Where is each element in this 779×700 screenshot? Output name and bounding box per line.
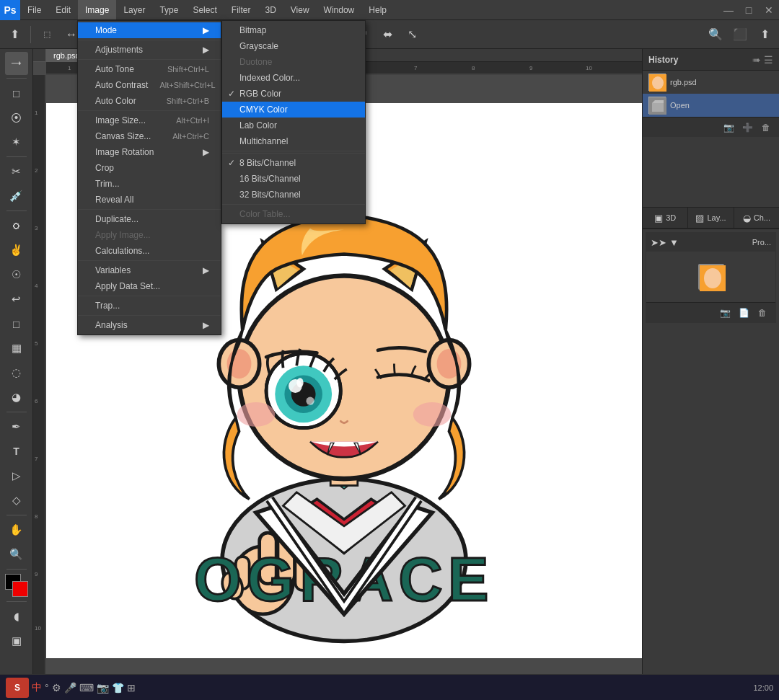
slide-3d-btn[interactable]: ⬌	[377, 23, 400, 46]
mode-bitmap-label: Bitmap	[239, 25, 266, 35]
share-btn[interactable]: ⬆	[753, 23, 776, 46]
mode-grayscale[interactable]: Grayscale	[222, 38, 365, 54]
color-swatches[interactable]	[5, 574, 28, 597]
text-tool[interactable]: T	[5, 440, 28, 463]
menu-image[interactable]: Image	[78, 0, 116, 19]
history-new-btn[interactable]: ➕	[740, 120, 754, 135]
props-mini-title: Pro...	[752, 238, 771, 247]
history-camera-btn[interactable]: 📷	[721, 120, 736, 135]
menu-select[interactable]: Select	[185, 0, 224, 19]
props-doc-btn[interactable]: 📄	[736, 306, 751, 320]
mode-indexed-color[interactable]: Indexed Color...	[222, 70, 365, 86]
quick-mask-tool[interactable]: ◖	[5, 605, 28, 628]
mode-8bit[interactable]: ✓ 8 Bits/Channel	[222, 155, 365, 171]
arrange-btn[interactable]: ⬛	[729, 23, 752, 46]
taskbar-icon-3[interactable]: ⚙	[52, 682, 61, 694]
close-button[interactable]: ✕	[759, 0, 779, 20]
mode-multichannel[interactable]: Multichannel	[222, 133, 365, 149]
taskbar-icon-8[interactable]: ⊞	[127, 682, 136, 694]
props-camera-btn[interactable]: 📷	[718, 306, 732, 320]
props-trash-btn[interactable]: 🗑	[755, 306, 770, 320]
menu-layer[interactable]: Layer	[116, 0, 152, 19]
menu-filter[interactable]: Filter	[224, 0, 258, 19]
app-icon: Ps	[0, 0, 20, 20]
menu-item-trap[interactable]: Trap...	[78, 298, 221, 314]
menu-item-adjustments[interactable]: Adjustments ▶	[78, 42, 221, 58]
mode-bitmap[interactable]: Bitmap	[222, 22, 365, 38]
zoom-tool[interactable]: 🔍	[5, 543, 28, 566]
move-tool[interactable]: ⭢	[5, 52, 28, 75]
menu-item-variables[interactable]: Variables ▶	[78, 262, 221, 278]
start-button[interactable]: S	[6, 678, 29, 698]
taskbar-icon-5[interactable]: ⌨	[79, 682, 94, 694]
background-color[interactable]	[12, 581, 28, 597]
menu-window[interactable]: Window	[317, 0, 362, 19]
mode-rgb-color[interactable]: ✓ RGB Color	[222, 86, 365, 102]
menu-item-duplicate[interactable]: Duplicate...	[78, 211, 221, 227]
history-delete-btn[interactable]: 🗑	[759, 120, 773, 135]
history-item-file[interactable]: rgb.psd	[643, 71, 779, 94]
menu-3d[interactable]: 3D	[258, 0, 283, 19]
taskbar-icon-4[interactable]: 🎤	[64, 682, 76, 694]
move-tool-btn[interactable]: ⬆	[3, 23, 26, 46]
gradient-tool[interactable]: ▦	[5, 337, 28, 360]
menu-file[interactable]: File	[20, 0, 48, 19]
menu-item-image-rotation[interactable]: Image Rotation ▶	[78, 144, 221, 160]
scale-3d-btn[interactable]: ⤡	[401, 23, 424, 46]
wand-tool[interactable]: ✶	[5, 130, 28, 154]
menu-type[interactable]: Type	[152, 0, 185, 19]
maximize-button[interactable]: □	[739, 0, 759, 20]
crop-tool[interactable]: ✂	[5, 160, 28, 183]
svg-rect-52	[652, 103, 664, 112]
menu-item-apply-dataset[interactable]: Apply Data Set...	[78, 278, 221, 294]
hand-tool[interactable]: ✋	[5, 518, 28, 541]
heal-tool[interactable]: ⭘	[5, 214, 28, 237]
history-brush-tool[interactable]: ↩	[5, 288, 28, 311]
menu-item-mode[interactable]: Mode ▶	[78, 22, 221, 38]
mode-cmyk-color[interactable]: CMYK Color	[222, 102, 365, 118]
stamp-tool[interactable]: ☉	[5, 263, 28, 286]
tab-layers[interactable]: ▨ Lay...	[688, 208, 734, 228]
eyedropper-tool[interactable]: 💉	[5, 185, 28, 208]
brush-tool[interactable]: ✌	[5, 239, 28, 262]
tab-3d[interactable]: ▣ 3D	[643, 208, 688, 228]
pen-tool[interactable]: ✒	[5, 415, 28, 438]
taskbar-icon-1[interactable]: 中	[32, 681, 42, 694]
menu-item-canvas-size[interactable]: Canvas Size... Alt+Ctrl+C	[78, 128, 221, 144]
menu-item-calculations[interactable]: Calculations...	[78, 243, 221, 259]
taskbar-icon-7[interactable]: 👕	[112, 682, 124, 694]
menu-item-crop[interactable]: Crop	[78, 160, 221, 176]
taskbar-icon-6[interactable]: 📷	[97, 682, 109, 694]
menu-item-auto-contrast[interactable]: Auto Contrast Alt+Shift+Ctrl+L	[78, 77, 221, 93]
marquee-tool[interactable]: □	[5, 81, 28, 105]
toolbar-btn-1[interactable]: ⬚	[35, 23, 58, 46]
eraser-tool[interactable]: □	[5, 312, 28, 335]
menu-item-trim[interactable]: Trim...	[78, 176, 221, 192]
path-tool[interactable]: ▷	[5, 464, 28, 487]
mode-lab-color[interactable]: Lab Color	[222, 118, 365, 133]
history-item-open[interactable]: Open	[643, 94, 779, 117]
blur-tool[interactable]: ◌	[5, 361, 28, 384]
tab-channels[interactable]: ◒ Ch...	[734, 208, 779, 228]
menu-help[interactable]: Help	[361, 0, 394, 19]
minimize-button[interactable]: —	[718, 0, 739, 20]
shape-tool[interactable]: ◇	[5, 489, 28, 512]
taskbar-icon-2[interactable]: °	[45, 682, 49, 694]
dodge-tool[interactable]: ◕	[5, 386, 28, 409]
lasso-tool[interactable]: ⦿	[5, 106, 28, 129]
history-action-bar: 📷 ➕ 🗑	[643, 117, 779, 137]
history-menu-btn[interactable]: ☰	[764, 54, 773, 66]
menu-item-analysis[interactable]: Analysis ▶	[78, 317, 221, 333]
menu-item-auto-tone[interactable]: Auto Tone Shift+Ctrl+L	[78, 61, 221, 77]
mode-16bit[interactable]: 16 Bits/Channel	[222, 171, 365, 187]
search-btn[interactable]: 🔍	[704, 23, 727, 46]
mode-32bit[interactable]: 32 Bits/Channel	[222, 187, 365, 203]
menu-item-auto-color[interactable]: Auto Color Shift+Ctrl+B	[78, 93, 221, 109]
mode-16bit-label: 16 Bits/Channel	[239, 174, 301, 184]
menu-item-image-size[interactable]: Image Size... Alt+Ctrl+I	[78, 112, 221, 128]
screen-mode-btn[interactable]: ▣	[5, 629, 28, 652]
history-expand-btn[interactable]: ➠	[752, 54, 761, 66]
menu-view[interactable]: View	[283, 0, 317, 19]
menu-item-reveal-all[interactable]: Reveal All	[78, 192, 221, 208]
menu-edit[interactable]: Edit	[48, 0, 78, 19]
